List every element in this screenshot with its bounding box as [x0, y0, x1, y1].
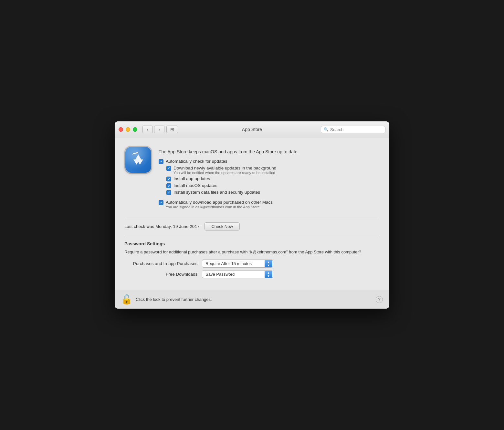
- install-app-row: Install app updates: [166, 176, 380, 181]
- checkboxes-section: The App Store keeps macOS and apps from …: [159, 146, 380, 210]
- app-icon-container: ︠: [124, 146, 152, 174]
- back-icon: ‹: [147, 127, 148, 132]
- download-updates-label: Download newly available updates in the …: [173, 166, 276, 175]
- free-downloads-select[interactable]: Always Required Require After 15 minutes…: [202, 270, 273, 278]
- auto-download-row: Automatically download apps purchased on…: [159, 200, 380, 209]
- content-area: ︠ The App Store keeps macOS and apps fro…: [115, 138, 389, 290]
- bottom-bar: 🔓 Click the lock to prevent further chan…: [115, 290, 389, 309]
- purchases-select-wrapper: Always Required Require After 15 minutes…: [202, 260, 273, 268]
- lock-icon[interactable]: 🔓: [121, 294, 132, 305]
- check-now-row: Last check was Monday, 19 June 2017 Chec…: [124, 222, 380, 230]
- top-section: ︠ The App Store keeps macOS and apps fro…: [124, 146, 380, 210]
- window-title: App Store: [242, 127, 262, 132]
- download-updates-row: Download newly available updates in the …: [166, 166, 380, 175]
- grid-icon: ⊞: [170, 127, 174, 132]
- install-security-checkbox[interactable]: [166, 190, 171, 195]
- grid-view-button[interactable]: ⊞: [166, 126, 178, 133]
- minimize-button[interactable]: [126, 127, 130, 132]
- install-macos-checkbox[interactable]: [166, 183, 171, 188]
- install-macos-label: Install macOS updates: [173, 183, 217, 188]
- download-updates-checkbox[interactable]: [166, 166, 171, 171]
- check-now-button[interactable]: Check Now: [205, 222, 239, 230]
- forward-button[interactable]: ›: [154, 126, 164, 133]
- traffic-lights: [119, 127, 137, 132]
- password-settings-section: Password Settings Require a password for…: [124, 241, 380, 279]
- purchases-select[interactable]: Always Required Require After 15 minutes…: [202, 260, 273, 268]
- install-macos-row: Install macOS updates: [166, 183, 380, 188]
- install-app-label: Install app updates: [173, 176, 210, 181]
- install-security-row: Install system data files and security u…: [166, 190, 380, 195]
- app-icon: ︠: [125, 147, 151, 173]
- forward-icon: ›: [159, 127, 160, 132]
- nav-buttons: ‹ ›: [142, 126, 164, 133]
- app-description: The App Store keeps macOS and apps from …: [159, 146, 380, 154]
- auto-check-label: Automatically check for updates: [166, 159, 227, 164]
- maximize-button[interactable]: [133, 127, 137, 132]
- password-settings-title: Password Settings: [124, 241, 380, 246]
- app-store-logo: [131, 152, 146, 167]
- help-button[interactable]: ?: [376, 296, 383, 303]
- back-button[interactable]: ‹: [142, 126, 153, 133]
- system-preferences-window: ‹ › ⊞ App Store 🔍 ︠: [115, 121, 389, 309]
- free-downloads-select-wrapper: Always Required Require After 15 minutes…: [202, 270, 273, 278]
- lock-text: Click the lock to prevent further change…: [136, 297, 373, 302]
- install-security-label: Install system data files and security u…: [173, 190, 260, 195]
- free-downloads-select-row: Free Downloads: Always Required Require …: [124, 270, 380, 278]
- auto-download-label: Automatically download apps purchased on…: [166, 200, 273, 209]
- close-button[interactable]: [119, 127, 123, 132]
- divider-2: [124, 236, 380, 236]
- free-downloads-label: Free Downloads:: [124, 272, 199, 277]
- search-bar[interactable]: 🔍: [321, 126, 385, 133]
- purchases-label: Purchases and In-app Purchases:: [124, 261, 199, 266]
- last-check-label: Last check was Monday, 19 June 2017: [124, 224, 199, 229]
- auto-check-checkbox[interactable]: [159, 159, 163, 164]
- search-input[interactable]: [330, 127, 383, 132]
- install-app-checkbox[interactable]: [166, 177, 171, 181]
- search-icon: 🔍: [324, 127, 329, 132]
- password-settings-description: Require a password for additional purcha…: [124, 249, 380, 255]
- auto-check-row: Automatically check for updates: [159, 159, 380, 164]
- titlebar: ‹ › ⊞ App Store 🔍: [115, 121, 389, 138]
- purchases-select-row: Purchases and In-app Purchases: Always R…: [124, 260, 380, 268]
- divider-1: [124, 217, 380, 217]
- auto-download-checkbox[interactable]: [159, 200, 163, 205]
